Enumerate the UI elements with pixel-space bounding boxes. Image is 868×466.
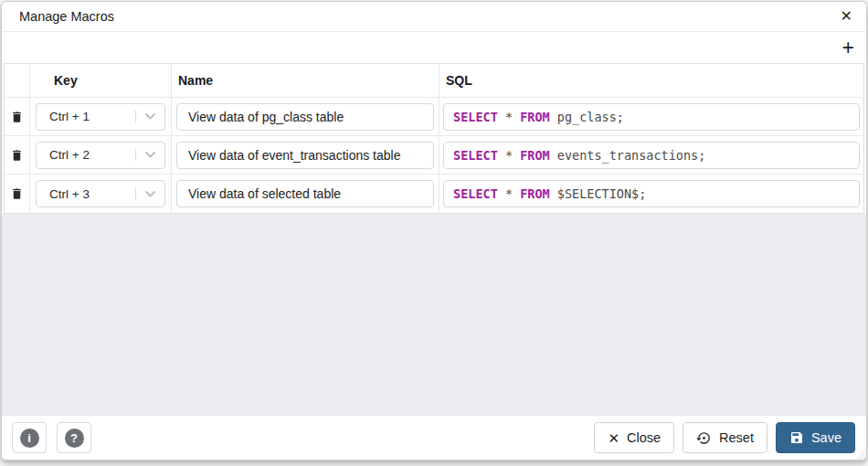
save-icon bbox=[789, 430, 804, 445]
trash-icon bbox=[10, 148, 24, 163]
key-select-value: Ctrl + 1 bbox=[37, 110, 135, 123]
sql-keyword: SELECT bbox=[453, 110, 498, 124]
help-button[interactable]: ? bbox=[57, 422, 91, 453]
plus-icon: + bbox=[842, 36, 854, 59]
sql-text: $SELECTION$; bbox=[550, 186, 647, 201]
reset-button[interactable]: Reset bbox=[683, 422, 767, 453]
key-select[interactable]: Ctrl + 3 bbox=[36, 180, 165, 207]
key-select[interactable]: Ctrl + 2 bbox=[36, 142, 165, 169]
sql-keyword: SELECT bbox=[453, 186, 498, 201]
trash-icon bbox=[10, 110, 24, 124]
macro-name-input[interactable] bbox=[176, 180, 434, 207]
sql-editor[interactable]: SELECT * FROM events_transactions; bbox=[443, 142, 860, 169]
dialog-title: Manage Macros bbox=[19, 9, 114, 24]
reset-icon bbox=[696, 430, 712, 446]
add-macro-button[interactable]: + bbox=[842, 37, 854, 58]
help-icon: ? bbox=[65, 429, 84, 448]
manage-macros-dialog: Manage Macros ✕ + Key Name SQL Ctrl + 1 bbox=[1, 1, 867, 461]
sql-keyword: FROM bbox=[520, 186, 550, 201]
table-row bbox=[5, 98, 30, 136]
key-select[interactable]: Ctrl + 1 bbox=[36, 103, 165, 131]
sql-operator: * bbox=[498, 148, 520, 163]
table-row bbox=[5, 136, 30, 175]
sql-text: pg_class; bbox=[550, 110, 624, 124]
delete-row-button[interactable] bbox=[7, 107, 27, 127]
sql-keyword: SELECT bbox=[453, 148, 498, 163]
dialog-titlebar: Manage Macros ✕ bbox=[2, 2, 866, 32]
key-select-value: Ctrl + 3 bbox=[37, 187, 135, 201]
macros-table: Key Name SQL Ctrl + 1 SELECT * FROM pg_c… bbox=[4, 63, 864, 214]
trash-icon bbox=[10, 186, 24, 201]
info-button[interactable]: i bbox=[12, 422, 47, 453]
close-button[interactable]: ✕ Close bbox=[594, 422, 674, 453]
macro-name-input[interactable] bbox=[176, 142, 434, 169]
table-row bbox=[5, 175, 30, 213]
key-select-value: Ctrl + 2 bbox=[37, 148, 135, 162]
close-icon: ✕ bbox=[608, 431, 619, 445]
dialog-footer: i ? ✕ Close Reset Save bbox=[2, 415, 866, 460]
chevron-down-icon bbox=[136, 152, 164, 158]
header-cell-name: Name bbox=[172, 64, 439, 98]
reset-button-label: Reset bbox=[719, 430, 754, 445]
macros-toolbar: + bbox=[2, 32, 866, 63]
header-cell-key: Key bbox=[30, 64, 172, 98]
header-cell-sql: SQL bbox=[439, 64, 863, 98]
dialog-close-button[interactable]: ✕ bbox=[841, 9, 852, 24]
close-button-label: Close bbox=[627, 430, 661, 445]
sql-editor[interactable]: SELECT * FROM $SELECTION$; bbox=[443, 180, 860, 207]
macro-name-input[interactable] bbox=[176, 103, 434, 131]
header-cell-actions bbox=[5, 64, 30, 98]
delete-row-button[interactable] bbox=[7, 145, 27, 165]
sql-operator: * bbox=[498, 186, 520, 201]
delete-row-button[interactable] bbox=[7, 184, 27, 204]
sql-operator: * bbox=[498, 110, 520, 124]
sql-editor[interactable]: SELECT * FROM pg_class; bbox=[443, 103, 860, 131]
sql-keyword: FROM bbox=[520, 110, 550, 124]
sql-keyword: FROM bbox=[520, 148, 550, 163]
dialog-body-background bbox=[2, 214, 866, 415]
resize-grip[interactable] bbox=[853, 447, 866, 460]
close-icon: ✕ bbox=[841, 8, 852, 24]
info-icon: i bbox=[20, 429, 39, 448]
save-button[interactable]: Save bbox=[776, 422, 855, 453]
sql-text: events_transactions; bbox=[550, 148, 706, 163]
chevron-down-icon bbox=[136, 191, 164, 197]
save-button-label: Save bbox=[811, 430, 842, 445]
chevron-down-icon bbox=[136, 113, 164, 120]
